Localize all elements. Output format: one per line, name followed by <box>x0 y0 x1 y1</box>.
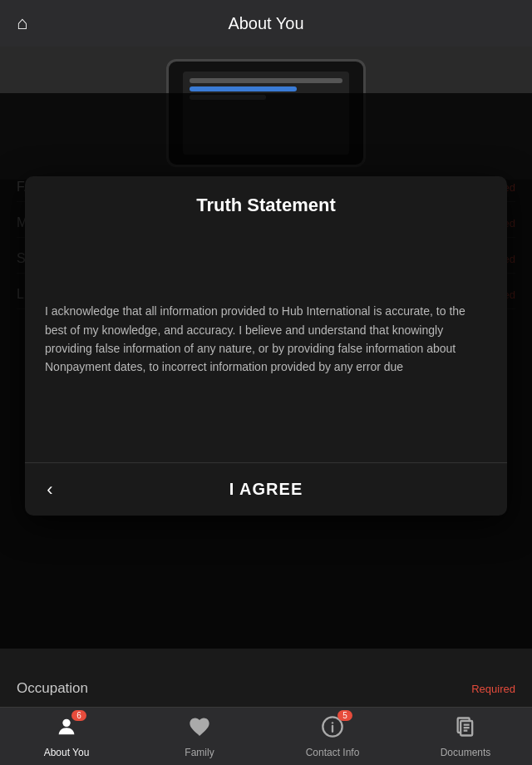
nav-item-documents[interactable]: Documents <box>399 715 532 758</box>
about-you-badge: 6 <box>71 710 86 721</box>
modal-text: I acknowledge that all information provi… <box>45 302 487 377</box>
nav-item-family[interactable]: Family <box>133 715 266 758</box>
agree-button[interactable]: I AGREE <box>196 466 337 512</box>
nav-label-family: Family <box>185 747 214 758</box>
page-content: F... Required M... Required S... Require… <box>0 47 532 707</box>
modal-body: I acknowledge that all information provi… <box>25 230 507 462</box>
modal-overlay: Truth Statement I acknowledge that all i… <box>0 93 532 649</box>
contact-info-badge: 5 <box>337 710 352 721</box>
nav-label-documents: Documents <box>441 747 491 758</box>
modal-title: Truth Statement <box>25 176 507 230</box>
occupation-required: Required <box>471 683 515 695</box>
documents-icon <box>454 715 477 744</box>
occupation-row: Occupation Required <box>17 680 515 697</box>
header: ⌂ About You <box>0 0 532 47</box>
modal-back-button[interactable]: ‹ <box>25 463 75 516</box>
nav-item-contact-info[interactable]: 5 Contact Info <box>266 715 399 758</box>
back-chevron-icon: ‹ <box>47 479 52 501</box>
truth-statement-modal: Truth Statement I acknowledge that all i… <box>25 176 507 516</box>
nav-item-about-you[interactable]: 6 About You <box>0 715 133 758</box>
page-title: About You <box>228 14 303 33</box>
occupation-section: Occupation Required <box>0 670 532 707</box>
person-icon: 6 <box>55 715 78 744</box>
info-icon: 5 <box>321 715 344 744</box>
heart-icon <box>188 715 211 744</box>
bottom-nav: 6 About You Family 5 Contact Info <box>0 707 532 765</box>
modal-footer: ‹ I AGREE <box>25 462 507 516</box>
home-icon[interactable]: ⌂ <box>17 12 27 34</box>
svg-point-0 <box>62 718 70 726</box>
occupation-label: Occupation <box>17 680 88 697</box>
nav-label-about-you: About You <box>44 747 90 758</box>
nav-label-contact-info: Contact Info <box>306 747 360 758</box>
